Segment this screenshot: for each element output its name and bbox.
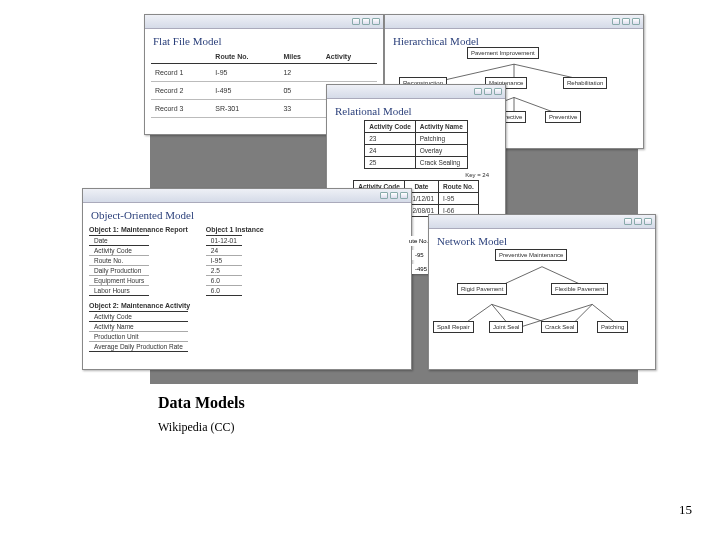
model-title-hierarchical: Hierarchical Model <box>393 35 637 47</box>
col-blank <box>151 50 211 64</box>
oo-object1-instance: Object 1 Instance <box>206 226 264 233</box>
model-title-relational: Relational Model <box>335 105 499 117</box>
titlebar <box>327 85 505 99</box>
col-route: Route No. <box>211 50 279 64</box>
n-node: Joint Seal <box>489 321 523 333</box>
window-object-oriented: Object-Oriented Model Object 1: Maintena… <box>82 188 412 370</box>
n-node-root: Preventive Maintenance <box>495 249 567 261</box>
n-node: Rigid Pavement <box>457 283 507 295</box>
n-node: Patching <box>597 321 628 333</box>
h-node: Preventive <box>545 111 581 123</box>
titlebar <box>145 15 383 29</box>
slide-caption: Data Models <box>158 394 245 412</box>
titlebar <box>429 215 655 229</box>
partial-value: -95 <box>412 250 427 260</box>
oo-attrs-2: Activity Code Activity Name Production U… <box>89 311 188 352</box>
col-activity: Activity <box>322 50 377 64</box>
model-title-oo: Object-Oriented Model <box>91 209 405 221</box>
slide-canvas: Flat File Model Route No. Miles Activity… <box>150 18 638 384</box>
window-controls <box>352 18 380 25</box>
oo-attrs-1: Date Activity Code Route No. Daily Produ… <box>89 235 149 296</box>
window-chrome-title <box>148 19 150 25</box>
n-node: Spall Repair <box>433 321 474 333</box>
h-node: Rehabilitation <box>563 77 607 89</box>
col-miles: Miles <box>279 50 321 64</box>
relational-table-1: Activity CodeActivity Name 23Patching 24… <box>364 120 468 169</box>
table-row: Record 1 I-95 12 <box>151 64 377 82</box>
model-title-flat-file: Flat File Model <box>153 35 377 47</box>
h-node-root: Pavement Improvement <box>467 47 539 59</box>
window-network: Network Model Preventive Maintenance Rig… <box>428 214 656 370</box>
n-node: Crack Seal <box>541 321 578 333</box>
titlebar <box>83 189 411 203</box>
oo-object1-heading: Object 1: Maintenance Report <box>89 226 188 233</box>
oo-values-1: 01-12-01 24 I-95 2.5 6.0 6.0 <box>206 235 242 296</box>
page-number: 15 <box>679 502 692 518</box>
slide-subcaption: Wikipedia (CC) <box>158 420 235 435</box>
model-title-network: Network Model <box>437 235 649 247</box>
titlebar <box>385 15 643 29</box>
relational-key-label: Key = 24 <box>333 172 489 178</box>
n-node: Flexible Pavement <box>551 283 608 295</box>
oo-object2-heading: Object 2: Maintenance Activity <box>89 302 405 309</box>
